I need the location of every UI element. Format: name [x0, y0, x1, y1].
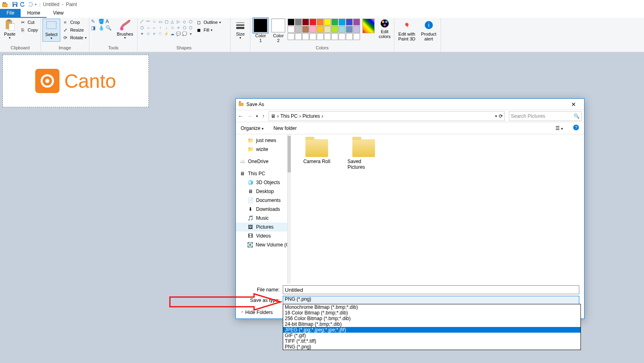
- picker-tool[interactable]: 💧: [98, 25, 105, 31]
- saveastype-select[interactable]: PNG (*.png): [283, 296, 579, 305]
- tree-item[interactable]: 🖥Desktop: [236, 187, 287, 196]
- resize-button[interactable]: ⤢Resize: [61, 26, 87, 34]
- tree-item[interactable]: ⬇Downloads: [236, 205, 287, 214]
- color-swatch[interactable]: [339, 26, 345, 33]
- product-alert-button[interactable]: iProduct alert: [419, 19, 439, 42]
- color-swatch[interactable]: [295, 33, 302, 40]
- view-options-button[interactable]: ☰ ▾: [555, 125, 563, 131]
- filename-input[interactable]: [283, 285, 579, 294]
- fill-tool[interactable]: 🪣: [98, 19, 105, 24]
- filetype-option[interactable]: 256 Color Bitmap (*.bmp;*.dib): [283, 316, 580, 321]
- filetype-option[interactable]: PNG (*.png): [283, 344, 580, 350]
- color-swatch[interactable]: [317, 26, 324, 33]
- color-swatch[interactable]: [346, 33, 353, 40]
- breadcrumb[interactable]: 🖥 › This PC › Pictures › ▾ ⟳: [269, 111, 505, 121]
- color-swatch[interactable]: [288, 19, 294, 25]
- shapes-gallery[interactable]: ／〜○▭▢△▷◇⬠ ⬡→←↑↓☆✧⬠⬡ ✦☆✧♡⚡☁💬💭▾: [139, 19, 193, 36]
- color-swatch[interactable]: [302, 26, 309, 33]
- color-swatch[interactable]: [324, 26, 331, 33]
- color-swatch[interactable]: [317, 19, 324, 25]
- brushes-button[interactable]: Brushes▾: [114, 19, 136, 41]
- filetype-option[interactable]: JPEG (*.jpg;*.jpeg;*.jpe;*.jfif): [283, 327, 580, 333]
- color-swatch[interactable]: [353, 26, 360, 33]
- filetype-option[interactable]: 16 Color Bitmap (*.bmp;*.dib): [283, 310, 580, 316]
- color-swatch[interactable]: [331, 19, 338, 25]
- tab-home[interactable]: Home: [21, 9, 47, 18]
- filetype-option[interactable]: GIF (*.gif): [283, 333, 580, 338]
- organize-button[interactable]: Organize ▾: [241, 125, 264, 131]
- zoom-tool[interactable]: 🔍: [106, 25, 112, 31]
- tree-scrollbar[interactable]: [288, 134, 291, 284]
- tree-item[interactable]: 🎞Videos: [236, 231, 287, 240]
- color-swatch[interactable]: [309, 19, 316, 25]
- crop-button[interactable]: ⌗Crop: [61, 19, 87, 26]
- tree-item[interactable]: 📄Documents: [236, 196, 287, 205]
- color-swatch[interactable]: [302, 19, 309, 25]
- text-tool[interactable]: A: [106, 19, 112, 24]
- edit-colors-button[interactable]: Edit colors: [377, 19, 392, 39]
- color-swatch[interactable]: [353, 33, 360, 40]
- color-swatch[interactable]: [324, 19, 331, 25]
- refresh-icon[interactable]: ⟳: [499, 113, 503, 119]
- copy-button[interactable]: ⎘Copy: [19, 26, 39, 34]
- undo-icon[interactable]: [19, 1, 26, 8]
- filetype-option[interactable]: 24-bit Bitmap (*.bmp;*.dib): [283, 321, 580, 327]
- tab-view[interactable]: View: [47, 9, 70, 18]
- tree-item[interactable]: 💽New Volume (C:: [236, 240, 287, 249]
- color-swatch[interactable]: [309, 26, 316, 33]
- nav-up-button[interactable]: ↑: [262, 113, 265, 119]
- color-swatch[interactable]: [309, 33, 316, 40]
- tree-item[interactable]: 📁just news: [236, 136, 287, 145]
- color-swatch[interactable]: [353, 19, 360, 25]
- canvas[interactable]: Canto: [2, 55, 149, 107]
- filetype-option[interactable]: TIFF (*.tif;*.tiff): [283, 338, 580, 344]
- tree-item[interactable]: 🖼Pictures: [236, 223, 287, 231]
- tree-item[interactable]: 📁wizite: [236, 145, 287, 154]
- paste-button[interactable]: Paste▾: [2, 19, 18, 41]
- size-button[interactable]: Size▾: [232, 19, 248, 41]
- folder-tree[interactable]: 📁just news📁wizite☁️OneDrive🖥This PC🧊3D O…: [236, 134, 288, 284]
- tree-item[interactable]: ☁️OneDrive: [236, 157, 287, 166]
- shape-outline-button[interactable]: ◻Outline ▾: [195, 19, 222, 26]
- color-swatch[interactable]: [346, 19, 353, 25]
- file-list[interactable]: Camera RollSaved Pictures: [291, 134, 584, 284]
- paint3d-button[interactable]: 🎈Edit with Paint 3D: [396, 19, 418, 42]
- breadcrumb-dropdown-icon[interactable]: ▾: [495, 114, 497, 118]
- color-swatch[interactable]: [288, 33, 294, 40]
- dialog-titlebar[interactable]: Save As ✕: [236, 99, 584, 110]
- color1-button[interactable]: Color 1: [252, 19, 269, 43]
- nav-forward-button[interactable]: →: [247, 113, 252, 119]
- folder-item[interactable]: Camera Roll: [301, 139, 333, 164]
- color-swatch[interactable]: [331, 26, 338, 33]
- color-swatch[interactable]: [295, 19, 302, 25]
- filetype-option[interactable]: Monochrome Bitmap (*.bmp;*.dib): [283, 304, 580, 310]
- tree-item[interactable]: 🖥This PC: [236, 169, 287, 178]
- color-swatch[interactable]: [317, 33, 324, 40]
- tab-file[interactable]: File: [0, 9, 21, 18]
- color-swatch[interactable]: [288, 26, 294, 33]
- color-swatch[interactable]: [346, 26, 353, 33]
- cut-button[interactable]: ✂Cut: [19, 19, 39, 26]
- filetype-dropdown[interactable]: Monochrome Bitmap (*.bmp;*.dib)16 Color …: [283, 304, 581, 350]
- pencil-tool[interactable]: ✎: [91, 19, 97, 24]
- tree-item[interactable]: 🎵Music: [236, 214, 287, 223]
- search-input[interactable]: Search Pictures 🔍: [509, 111, 582, 121]
- help-button[interactable]: ?: [573, 124, 579, 132]
- color2-button[interactable]: Color 2: [270, 19, 287, 43]
- tree-item[interactable]: 🧊3D Objects: [236, 178, 287, 187]
- color-swatch[interactable]: [324, 33, 331, 40]
- close-button[interactable]: ✕: [566, 101, 582, 108]
- shape-fill-button[interactable]: ◼Fill ▾: [195, 26, 222, 34]
- qat-customize-icon[interactable]: ▾: [35, 2, 37, 6]
- new-folder-button[interactable]: New folder: [273, 125, 297, 131]
- color-palette[interactable]: [288, 19, 360, 40]
- folder-item[interactable]: Saved Pictures: [347, 139, 380, 170]
- redo-icon[interactable]: [27, 1, 34, 8]
- nav-back-button[interactable]: ←: [238, 113, 243, 119]
- breadcrumb-item[interactable]: Pictures: [303, 113, 320, 119]
- color-swatch[interactable]: [339, 33, 345, 40]
- nav-recent-button[interactable]: ▾: [256, 114, 258, 118]
- color-swatch[interactable]: [339, 19, 345, 25]
- color-swatch[interactable]: [295, 26, 302, 33]
- color-swatch[interactable]: [331, 33, 338, 40]
